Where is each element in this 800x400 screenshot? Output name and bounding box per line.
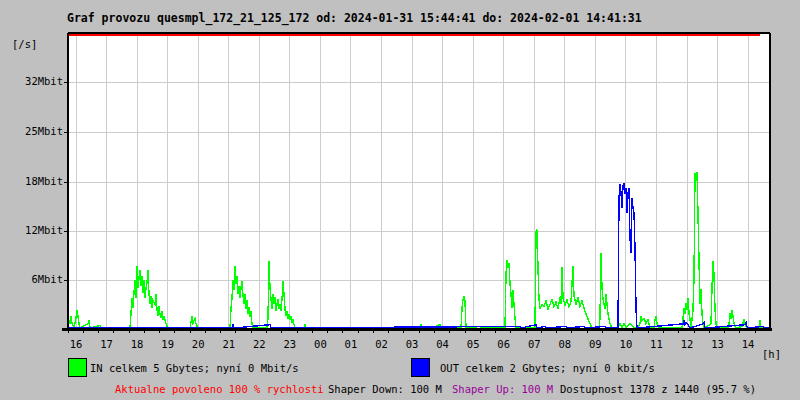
x-tick-label: 05 (467, 338, 480, 350)
x-tick-label: 16 (70, 338, 83, 350)
x-tick-label: 17 (100, 338, 113, 350)
x-tick-label: 22 (253, 338, 266, 350)
y-tick-label: 18Mbit (6, 175, 63, 187)
x-tick-label: 00 (314, 338, 327, 350)
y-tick-label: 25Mbit (6, 125, 63, 137)
x-axis-unit-label: [h] (762, 348, 781, 360)
x-tick-label: 06 (497, 338, 510, 350)
legend-in-label: IN celkem 5 Gbytes; nyní 0 Mbit/s (90, 362, 299, 374)
x-tick-label: 09 (589, 338, 602, 350)
traffic-plot (60, 30, 776, 340)
y-tick-label: 32Mbit (6, 75, 63, 87)
x-tick-label: 21 (222, 338, 235, 350)
shaper-down-text: Shaper Down: 100 M (328, 383, 442, 395)
legend-in-swatch (68, 358, 87, 377)
x-tick-label: 03 (406, 338, 419, 350)
shaper-up-text: Shaper Up: 100 M (452, 383, 553, 395)
availability-text: Dostupnost 1378 z 1440 (95.7 %) (560, 383, 756, 395)
allowed-speed-text: Aktualne povoleno 100 % rychlosti (115, 383, 324, 395)
legend-out-swatch (411, 358, 430, 377)
x-tick-label: 13 (711, 338, 724, 350)
legend-out-label: OUT celkem 2 Gbytes; nyní 0 kbit/s (440, 362, 655, 374)
x-tick-label: 01 (345, 338, 358, 350)
x-tick-label: 12 (681, 338, 694, 350)
traffic-graph-page: { "title": "Graf provozu quesmpl_172_21_… (0, 0, 800, 400)
y-tick-label: 12Mbit (6, 224, 63, 236)
x-tick-label: 10 (620, 338, 633, 350)
x-tick-label: 18 (131, 338, 144, 350)
x-tick-label: 08 (558, 338, 571, 350)
x-tick-label: 23 (284, 338, 297, 350)
x-tick-label: 19 (161, 338, 174, 350)
x-tick-label: 11 (650, 338, 663, 350)
y-axis-unit-label: [/s] (12, 38, 37, 50)
y-tick-label: 6Mbit (6, 273, 63, 285)
x-tick-label: 02 (375, 338, 388, 350)
chart-title: Graf provozu quesmpl_172_21_125_172 od: … (67, 11, 642, 25)
x-tick-label: 04 (436, 338, 449, 350)
x-tick-label: 20 (192, 338, 205, 350)
x-tick-label: 07 (528, 338, 541, 350)
x-tick-label: 14 (742, 338, 755, 350)
